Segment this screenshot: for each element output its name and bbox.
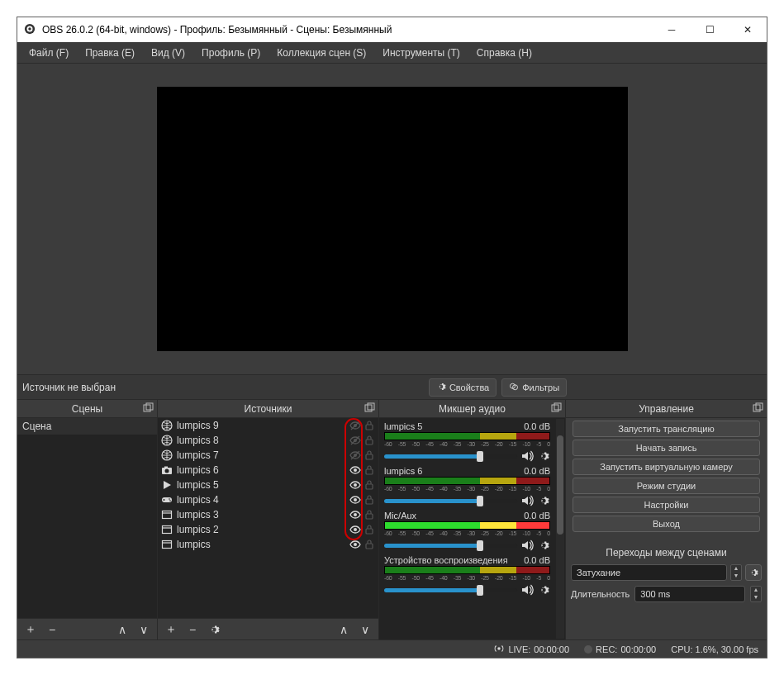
visibility-toggle[interactable] (349, 420, 361, 431)
remove-scene-button[interactable]: − (44, 621, 60, 638)
popout-icon[interactable] (550, 402, 562, 414)
properties-button[interactable]: Свойства (429, 378, 497, 397)
scenes-list[interactable]: Сцена (17, 418, 157, 618)
controls-body: Запустить трансляцию Начать запись Запус… (566, 418, 767, 639)
visibility-toggle[interactable] (349, 435, 361, 446)
channel-settings-button[interactable] (537, 494, 550, 507)
lock-toggle[interactable] (363, 494, 375, 506)
menu-tools[interactable]: Инструменты (T) (374, 45, 468, 61)
source-row[interactable]: lumpics 6 (158, 463, 378, 478)
visibility-toggle[interactable] (349, 509, 361, 521)
volume-slider[interactable] (384, 588, 517, 592)
visibility-toggle[interactable] (349, 494, 361, 506)
camera-icon (161, 464, 173, 476)
start-streaming-button[interactable]: Запустить трансляцию (573, 421, 760, 437)
svg-point-31 (169, 498, 170, 500)
visibility-toggle[interactable] (349, 479, 361, 491)
minimize-button[interactable]: ─ (653, 17, 691, 42)
start-recording-button[interactable]: Начать запись (573, 440, 760, 456)
mixer-body: lumpics 50.0 dB-60-55-50-45-40-35-30-25-… (379, 418, 565, 639)
source-row[interactable]: lumpics 2 (158, 522, 378, 537)
volume-slider[interactable] (384, 544, 517, 548)
visibility-toggle[interactable] (349, 524, 361, 535)
source-row[interactable]: lumpics 9 (158, 418, 378, 433)
settings-button[interactable]: Настройки (573, 497, 760, 513)
start-virtualcam-button[interactable]: Запустить виртуальную камеру (573, 459, 760, 475)
svg-point-24 (354, 468, 357, 472)
menu-file[interactable]: Файл (F) (21, 45, 77, 61)
filters-button[interactable]: Фильтры (501, 378, 567, 397)
source-label: lumpics 5 (177, 479, 344, 491)
move-source-up-button[interactable]: ∧ (335, 621, 352, 638)
mute-button[interactable] (520, 583, 534, 597)
svg-rect-16 (366, 440, 373, 444)
preview-area[interactable] (17, 64, 767, 375)
lock-toggle[interactable] (363, 464, 375, 476)
visibility-toggle[interactable] (349, 449, 361, 461)
lock-toggle[interactable] (363, 509, 375, 521)
add-scene-button[interactable]: ＋ (22, 621, 39, 638)
exit-button[interactable]: Выход (573, 516, 760, 532)
svg-rect-27 (366, 484, 373, 489)
mute-button[interactable] (520, 539, 534, 552)
svg-rect-50 (756, 403, 763, 410)
close-button[interactable]: ✕ (729, 17, 767, 42)
transition-spin[interactable]: ▲▼ (730, 564, 742, 581)
move-scene-down-button[interactable]: ∨ (135, 621, 152, 638)
title-bar: OBS 26.0.2 (64-bit, windows) - Профиль: … (17, 17, 767, 42)
channel-settings-button[interactable] (537, 583, 550, 597)
studio-mode-button[interactable]: Режим студии (573, 478, 760, 494)
live-time: 00:00:00 (534, 644, 569, 654)
source-row[interactable]: lumpics 3 (158, 507, 378, 522)
mixer-header: Микшер аудио (379, 400, 565, 418)
volume-slider[interactable] (384, 454, 517, 459)
maximize-button[interactable]: ☐ (691, 17, 729, 42)
source-row[interactable]: lumpics 5 (158, 478, 378, 492)
move-source-down-button[interactable]: ∨ (357, 621, 373, 638)
menu-edit[interactable]: Правка (E) (77, 45, 143, 61)
svg-point-26 (354, 483, 357, 487)
duration-input[interactable]: 300 ms (634, 586, 745, 602)
record-dot-icon (584, 645, 592, 654)
lock-toggle[interactable] (363, 435, 375, 446)
svg-rect-30 (164, 500, 165, 501)
volume-slider[interactable] (384, 499, 517, 503)
remove-source-button[interactable]: − (184, 621, 201, 638)
lock-toggle[interactable] (363, 524, 375, 535)
channel-db: 0.0 dB (524, 511, 550, 521)
mixer-title: Микшер аудио (439, 403, 506, 415)
source-row[interactable]: lumpics (158, 537, 378, 552)
lock-toggle[interactable] (363, 539, 375, 550)
source-row[interactable]: lumpics 7 (158, 448, 378, 463)
popout-icon[interactable] (752, 402, 763, 414)
lock-toggle[interactable] (363, 479, 375, 491)
sources-list[interactable]: lumpics 9lumpics 8lumpics 7lumpics 6lump… (158, 418, 378, 618)
lock-toggle[interactable] (363, 420, 375, 431)
menu-scenecollection[interactable]: Коллекция сцен (S) (268, 45, 374, 61)
mixer-scrollbar[interactable] (556, 419, 564, 639)
channel-settings-button[interactable] (537, 539, 550, 552)
add-source-button[interactable]: ＋ (163, 621, 179, 638)
move-scene-up-button[interactable]: ∧ (114, 621, 131, 638)
source-properties-button[interactable] (206, 621, 222, 638)
source-row[interactable]: lumpics 4 (158, 492, 378, 507)
visibility-toggle[interactable] (349, 539, 361, 550)
menu-help[interactable]: Справка (H) (468, 45, 540, 61)
source-label: lumpics 7 (177, 449, 344, 461)
menu-view[interactable]: Вид (V) (143, 45, 193, 61)
transition-settings-button[interactable] (745, 564, 762, 581)
transition-select[interactable]: Затухание (571, 564, 727, 581)
duration-spin[interactable]: ▲▼ (750, 586, 762, 602)
mute-button[interactable] (520, 494, 534, 507)
visibility-toggle[interactable] (349, 464, 361, 476)
scene-item[interactable]: Сцена (17, 418, 157, 435)
source-row[interactable]: lumpics 8 (158, 433, 378, 448)
popout-icon[interactable] (142, 402, 154, 414)
menu-profile[interactable]: Профиль (P) (193, 45, 268, 61)
mute-button[interactable] (520, 449, 534, 463)
channel-settings-button[interactable] (537, 449, 550, 463)
app-window: OBS 26.0.2 (64-bit, windows) - Профиль: … (17, 17, 767, 658)
window-icon (161, 539, 173, 550)
lock-toggle[interactable] (363, 449, 375, 461)
popout-icon[interactable] (363, 402, 375, 414)
